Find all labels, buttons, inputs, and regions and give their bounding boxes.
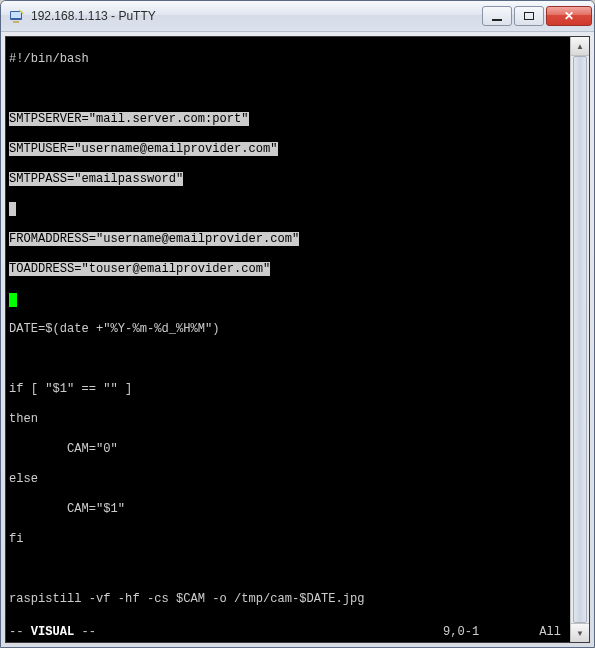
selected-blank (9, 202, 16, 216)
maximize-button[interactable] (514, 6, 544, 26)
code-line: else (9, 472, 38, 486)
window-controls (480, 6, 592, 26)
code-line: raspistill -vf -hf -cs $CAM -o /tmp/cam-… (9, 592, 365, 606)
terminal-content[interactable]: #!/bin/bash SMTPSERVER="mail.server.com:… (9, 37, 567, 642)
cursor-position: 9,0-1 (443, 625, 539, 640)
terminal-area[interactable]: #!/bin/bash SMTPSERVER="mail.server.com:… (5, 36, 590, 643)
code-line: then (9, 412, 38, 426)
close-button[interactable] (546, 6, 592, 26)
vertical-scrollbar[interactable]: ▲ ▼ (570, 37, 589, 642)
code-line: CAM="0" (9, 442, 118, 456)
code-line: CAM="$1" (9, 502, 125, 516)
titlebar[interactable]: 192.168.1.113 - PuTTY (1, 1, 594, 32)
svg-rect-2 (13, 21, 19, 23)
code-line: DATE=$(date +"%Y-%m-%d_%H%M") (9, 322, 219, 336)
code-line: FROMADDRESS="username@emailprovider.com" (9, 232, 299, 246)
svg-rect-1 (11, 12, 21, 18)
window-title: 192.168.1.113 - PuTTY (31, 9, 480, 23)
scroll-down-button[interactable]: ▼ (571, 623, 589, 642)
code-line: TOADDRESS="touser@emailprovider.com" (9, 262, 270, 276)
code-line: fi (9, 532, 24, 546)
vim-statusbar: -- VISUAL -- 9,0-1 All (9, 625, 567, 640)
code-line: #!/bin/bash (9, 52, 89, 66)
code-line: if [ "$1" == "" ] (9, 382, 132, 396)
code-line: SMTPPASS="emailpassword" (9, 172, 183, 186)
code-line: SMTPSERVER="mail.server.com:port" (9, 112, 249, 126)
putty-icon (9, 8, 25, 24)
minimize-button[interactable] (482, 6, 512, 26)
code-line: SMTPUSER="username@emailprovider.com" (9, 142, 278, 156)
scrollbar-thumb[interactable] (573, 56, 587, 623)
scroll-percent: All (539, 625, 567, 640)
scrollbar-track[interactable] (571, 56, 589, 623)
mode-indicator: -- VISUAL -- (9, 625, 96, 640)
scroll-up-button[interactable]: ▲ (571, 37, 589, 56)
app-window: 192.168.1.113 - PuTTY #!/bin/bash SMTPSE… (0, 0, 595, 648)
cursor-icon (9, 293, 17, 307)
